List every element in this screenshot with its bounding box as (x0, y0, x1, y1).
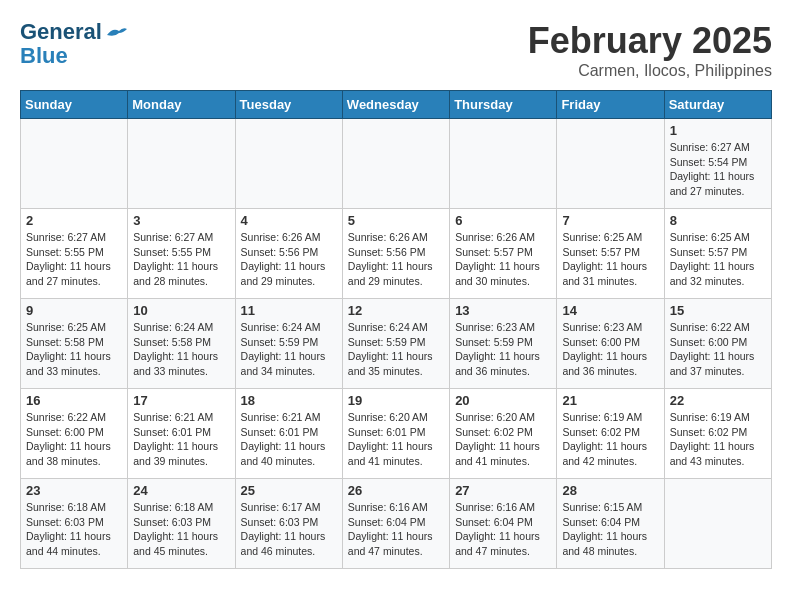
day-info: Sunrise: 6:26 AM Sunset: 5:56 PM Dayligh… (241, 230, 337, 289)
calendar-cell: 11Sunrise: 6:24 AM Sunset: 5:59 PM Dayli… (235, 299, 342, 389)
calendar-cell: 22Sunrise: 6:19 AM Sunset: 6:02 PM Dayli… (664, 389, 771, 479)
day-number: 16 (26, 393, 122, 408)
day-info: Sunrise: 6:16 AM Sunset: 6:04 PM Dayligh… (348, 500, 444, 559)
calendar-cell: 21Sunrise: 6:19 AM Sunset: 6:02 PM Dayli… (557, 389, 664, 479)
calendar-cell: 7Sunrise: 6:25 AM Sunset: 5:57 PM Daylig… (557, 209, 664, 299)
day-info: Sunrise: 6:26 AM Sunset: 5:57 PM Dayligh… (455, 230, 551, 289)
calendar-cell: 12Sunrise: 6:24 AM Sunset: 5:59 PM Dayli… (342, 299, 449, 389)
day-info: Sunrise: 6:26 AM Sunset: 5:56 PM Dayligh… (348, 230, 444, 289)
header-saturday: Saturday (664, 91, 771, 119)
calendar-cell: 3Sunrise: 6:27 AM Sunset: 5:55 PM Daylig… (128, 209, 235, 299)
day-number: 2 (26, 213, 122, 228)
day-number: 11 (241, 303, 337, 318)
day-info: Sunrise: 6:24 AM Sunset: 5:59 PM Dayligh… (348, 320, 444, 379)
calendar-cell: 26Sunrise: 6:16 AM Sunset: 6:04 PM Dayli… (342, 479, 449, 569)
calendar-cell: 1Sunrise: 6:27 AM Sunset: 5:54 PM Daylig… (664, 119, 771, 209)
calendar-cell: 25Sunrise: 6:17 AM Sunset: 6:03 PM Dayli… (235, 479, 342, 569)
calendar-week-row: 23Sunrise: 6:18 AM Sunset: 6:03 PM Dayli… (21, 479, 772, 569)
day-number: 28 (562, 483, 658, 498)
day-info: Sunrise: 6:22 AM Sunset: 6:00 PM Dayligh… (670, 320, 766, 379)
header-thursday: Thursday (450, 91, 557, 119)
calendar-cell: 27Sunrise: 6:16 AM Sunset: 6:04 PM Dayli… (450, 479, 557, 569)
day-number: 8 (670, 213, 766, 228)
day-info: Sunrise: 6:21 AM Sunset: 6:01 PM Dayligh… (133, 410, 229, 469)
day-info: Sunrise: 6:25 AM Sunset: 5:57 PM Dayligh… (670, 230, 766, 289)
day-info: Sunrise: 6:18 AM Sunset: 6:03 PM Dayligh… (133, 500, 229, 559)
day-number: 19 (348, 393, 444, 408)
calendar-cell: 14Sunrise: 6:23 AM Sunset: 6:00 PM Dayli… (557, 299, 664, 389)
day-number: 12 (348, 303, 444, 318)
day-info: Sunrise: 6:25 AM Sunset: 5:58 PM Dayligh… (26, 320, 122, 379)
header-wednesday: Wednesday (342, 91, 449, 119)
day-info: Sunrise: 6:20 AM Sunset: 6:02 PM Dayligh… (455, 410, 551, 469)
day-number: 14 (562, 303, 658, 318)
calendar-cell (342, 119, 449, 209)
header-friday: Friday (557, 91, 664, 119)
day-number: 24 (133, 483, 229, 498)
title-area: February 2025 Carmen, Ilocos, Philippine… (528, 20, 772, 80)
logo-text: General (20, 20, 127, 44)
calendar-cell (557, 119, 664, 209)
header-tuesday: Tuesday (235, 91, 342, 119)
calendar-cell: 23Sunrise: 6:18 AM Sunset: 6:03 PM Dayli… (21, 479, 128, 569)
day-info: Sunrise: 6:27 AM Sunset: 5:55 PM Dayligh… (133, 230, 229, 289)
day-number: 6 (455, 213, 551, 228)
day-info: Sunrise: 6:19 AM Sunset: 6:02 PM Dayligh… (562, 410, 658, 469)
day-info: Sunrise: 6:18 AM Sunset: 6:03 PM Dayligh… (26, 500, 122, 559)
calendar-week-row: 16Sunrise: 6:22 AM Sunset: 6:00 PM Dayli… (21, 389, 772, 479)
calendar-week-row: 1Sunrise: 6:27 AM Sunset: 5:54 PM Daylig… (21, 119, 772, 209)
day-info: Sunrise: 6:23 AM Sunset: 6:00 PM Dayligh… (562, 320, 658, 379)
day-info: Sunrise: 6:22 AM Sunset: 6:00 PM Dayligh… (26, 410, 122, 469)
day-info: Sunrise: 6:24 AM Sunset: 5:59 PM Dayligh… (241, 320, 337, 379)
calendar-cell: 18Sunrise: 6:21 AM Sunset: 6:01 PM Dayli… (235, 389, 342, 479)
day-number: 3 (133, 213, 229, 228)
day-info: Sunrise: 6:23 AM Sunset: 5:59 PM Dayligh… (455, 320, 551, 379)
calendar-cell: 10Sunrise: 6:24 AM Sunset: 5:58 PM Dayli… (128, 299, 235, 389)
day-number: 18 (241, 393, 337, 408)
calendar-cell: 19Sunrise: 6:20 AM Sunset: 6:01 PM Dayli… (342, 389, 449, 479)
logo: General Blue (20, 20, 127, 68)
calendar-week-row: 9Sunrise: 6:25 AM Sunset: 5:58 PM Daylig… (21, 299, 772, 389)
logo-bird-icon (105, 25, 127, 41)
calendar-cell (235, 119, 342, 209)
calendar-cell: 28Sunrise: 6:15 AM Sunset: 6:04 PM Dayli… (557, 479, 664, 569)
header-monday: Monday (128, 91, 235, 119)
calendar-cell: 20Sunrise: 6:20 AM Sunset: 6:02 PM Dayli… (450, 389, 557, 479)
calendar-cell: 4Sunrise: 6:26 AM Sunset: 5:56 PM Daylig… (235, 209, 342, 299)
day-number: 10 (133, 303, 229, 318)
day-number: 5 (348, 213, 444, 228)
day-number: 17 (133, 393, 229, 408)
day-number: 21 (562, 393, 658, 408)
location-subtitle: Carmen, Ilocos, Philippines (528, 62, 772, 80)
day-info: Sunrise: 6:24 AM Sunset: 5:58 PM Dayligh… (133, 320, 229, 379)
day-number: 20 (455, 393, 551, 408)
day-info: Sunrise: 6:21 AM Sunset: 6:01 PM Dayligh… (241, 410, 337, 469)
day-info: Sunrise: 6:25 AM Sunset: 5:57 PM Dayligh… (562, 230, 658, 289)
calendar-cell: 24Sunrise: 6:18 AM Sunset: 6:03 PM Dayli… (128, 479, 235, 569)
day-number: 23 (26, 483, 122, 498)
header-sunday: Sunday (21, 91, 128, 119)
calendar-cell (450, 119, 557, 209)
day-info: Sunrise: 6:20 AM Sunset: 6:01 PM Dayligh… (348, 410, 444, 469)
day-info: Sunrise: 6:27 AM Sunset: 5:54 PM Dayligh… (670, 140, 766, 199)
day-number: 27 (455, 483, 551, 498)
calendar-week-row: 2Sunrise: 6:27 AM Sunset: 5:55 PM Daylig… (21, 209, 772, 299)
calendar-cell: 5Sunrise: 6:26 AM Sunset: 5:56 PM Daylig… (342, 209, 449, 299)
day-info: Sunrise: 6:16 AM Sunset: 6:04 PM Dayligh… (455, 500, 551, 559)
day-number: 7 (562, 213, 658, 228)
logo-blue-text: Blue (20, 44, 68, 68)
calendar-cell (128, 119, 235, 209)
day-number: 13 (455, 303, 551, 318)
calendar-cell: 17Sunrise: 6:21 AM Sunset: 6:01 PM Dayli… (128, 389, 235, 479)
day-info: Sunrise: 6:27 AM Sunset: 5:55 PM Dayligh… (26, 230, 122, 289)
page-header: General Blue February 2025 Carmen, Iloco… (20, 20, 772, 80)
calendar-cell: 2Sunrise: 6:27 AM Sunset: 5:55 PM Daylig… (21, 209, 128, 299)
calendar-cell: 13Sunrise: 6:23 AM Sunset: 5:59 PM Dayli… (450, 299, 557, 389)
calendar-table: Sunday Monday Tuesday Wednesday Thursday… (20, 90, 772, 569)
day-number: 9 (26, 303, 122, 318)
day-info: Sunrise: 6:19 AM Sunset: 6:02 PM Dayligh… (670, 410, 766, 469)
calendar-cell: 15Sunrise: 6:22 AM Sunset: 6:00 PM Dayli… (664, 299, 771, 389)
calendar-cell (664, 479, 771, 569)
month-year-title: February 2025 (528, 20, 772, 62)
calendar-cell (21, 119, 128, 209)
